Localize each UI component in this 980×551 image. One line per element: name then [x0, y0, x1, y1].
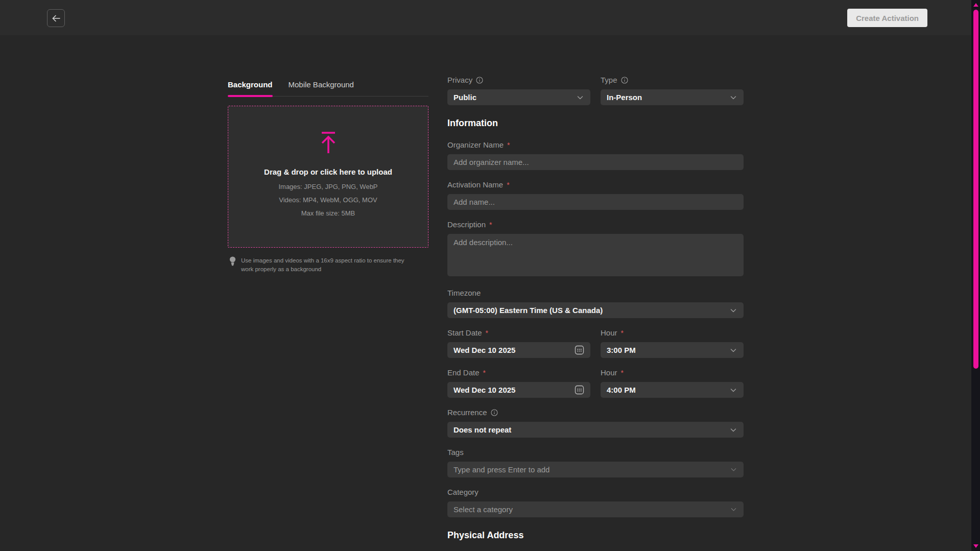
scrollbar-up-arrow-icon[interactable]: [973, 3, 978, 7]
info-icon: [491, 409, 498, 416]
chevron-down-icon: [729, 426, 737, 434]
type-label: Type: [601, 76, 744, 85]
required-asterisk: *: [507, 180, 509, 189]
dropzone-max-size: Max file size: 5MB: [301, 210, 355, 217]
upload-dropzone[interactable]: Drag & drop or click here to upload Imag…: [228, 106, 428, 248]
end-hour-label: Hour *: [601, 368, 744, 377]
info-icon: [476, 77, 483, 84]
start-hour-label: Hour *: [601, 328, 744, 338]
start-date-input[interactable]: Wed Dec 10 2025: [447, 342, 590, 358]
tip-text: Use images and videos with a 16x9 aspect…: [241, 256, 410, 273]
scrollbar-thumb[interactable]: [973, 10, 978, 369]
physical-address-heading: Physical Address: [447, 530, 744, 540]
end-date-label: End Date *: [447, 368, 590, 377]
tab-background[interactable]: Background: [228, 80, 273, 96]
lightbulb-icon: [229, 256, 236, 273]
activation-form: Privacy Public Type: [447, 76, 744, 551]
description-textarea[interactable]: [447, 234, 744, 276]
dropzone-images-formats: Images: JPEG, JPG, PNG, WebP: [278, 183, 377, 190]
recurrence-select[interactable]: Does not repeat: [447, 422, 744, 438]
chevron-down-icon: [730, 506, 737, 513]
organizer-name-label: Organizer Name *: [447, 140, 744, 150]
tags-label: Tags: [447, 448, 744, 457]
arrow-left-icon: [51, 13, 61, 23]
dropzone-title: Drag & drop or click here to upload: [264, 167, 392, 177]
timezone-label: Timezone: [447, 289, 744, 298]
chevron-down-icon: [729, 93, 737, 102]
start-hour-select[interactable]: 3:00 PM: [601, 342, 744, 358]
aspect-ratio-tip: Use images and videos with a 16x9 aspect…: [228, 256, 428, 273]
main-content: Background Mobile Background Drag & drop…: [0, 35, 971, 551]
chevron-down-icon: [576, 93, 584, 102]
chevron-down-icon: [729, 306, 737, 315]
recurrence-label: Recurrence: [447, 408, 744, 417]
organizer-name-input[interactable]: [447, 154, 744, 170]
privacy-label: Privacy: [447, 76, 590, 85]
chevron-down-icon: [730, 466, 737, 473]
end-hour-select[interactable]: 4:00 PM: [601, 382, 744, 398]
top-bar: Create Activation: [0, 0, 980, 35]
upload-arrow-icon: [317, 131, 340, 154]
category-select[interactable]: Select a category: [447, 501, 744, 517]
tags-input[interactable]: Type and press Enter to add: [447, 462, 744, 477]
chevron-down-icon: [729, 346, 737, 354]
activation-name-input[interactable]: [447, 194, 744, 210]
end-date-input[interactable]: Wed Dec 10 2025: [447, 382, 590, 398]
description-label: Description *: [447, 220, 744, 229]
activation-name-label: Activation Name *: [447, 180, 744, 189]
background-upload-panel: Background Mobile Background Drag & drop…: [228, 80, 428, 551]
type-select[interactable]: In-Person: [601, 89, 744, 105]
timezone-select[interactable]: (GMT-05:00) Eastern Time (US & Canada): [447, 302, 744, 318]
tab-mobile-background[interactable]: Mobile Background: [289, 80, 354, 96]
required-asterisk: *: [621, 368, 624, 377]
required-asterisk: *: [486, 328, 488, 338]
back-button[interactable]: [47, 9, 65, 27]
information-heading: Information: [447, 118, 744, 128]
required-asterisk: *: [621, 328, 624, 338]
category-label: Category: [447, 488, 744, 497]
start-date-label: Start Date *: [447, 328, 590, 338]
scrollbar-down-arrow-icon[interactable]: [973, 544, 978, 548]
info-icon: [621, 77, 628, 84]
create-activation-button[interactable]: Create Activation: [847, 9, 927, 27]
page-scrollbar[interactable]: [971, 0, 980, 551]
calendar-icon: [575, 345, 584, 355]
required-asterisk: *: [489, 220, 492, 229]
dropzone-videos-formats: Videos: MP4, WebM, OGG, MOV: [279, 197, 377, 203]
chevron-down-icon: [729, 386, 737, 394]
required-asterisk: *: [483, 368, 486, 377]
background-tabs: Background Mobile Background: [228, 80, 428, 97]
required-asterisk: *: [507, 140, 510, 150]
calendar-icon: [575, 385, 584, 395]
privacy-select[interactable]: Public: [447, 89, 590, 105]
